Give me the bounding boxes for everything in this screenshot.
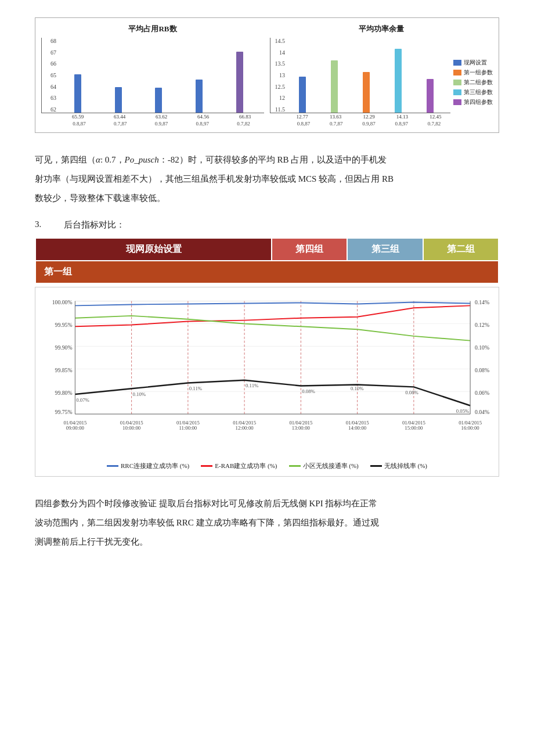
kpi-legend-rrc: RRC连接建立成功率 (%) xyxy=(107,462,189,470)
svg-text:01/04/2015: 01/04/2015 xyxy=(120,420,143,426)
bar xyxy=(331,60,338,113)
legend-label-5: 第四组参数 xyxy=(464,98,493,106)
para2-text2: 波动范围内，第二组因发射功率较低 RRC 建立成功率略有下降，第四组指标最好。通… xyxy=(35,513,499,532)
erab-legend-label: E-RAB建立成功率 (%) xyxy=(215,462,277,470)
bar-group-2 xyxy=(100,87,137,113)
bar xyxy=(236,52,243,113)
legend-color-4 xyxy=(453,89,461,95)
kpi-legend-drop: 无线掉线率 (%) xyxy=(370,462,427,470)
section-num: 3. xyxy=(35,219,64,229)
svg-text:14:00:00: 14:00:00 xyxy=(348,425,367,431)
section-3-heading: 3. 后台指标对比： xyxy=(35,219,499,231)
legend-label-4: 第三组参数 xyxy=(464,88,493,96)
legend-item-5: 第四组参数 xyxy=(453,98,493,106)
header-col2: 第三组 xyxy=(347,238,423,261)
bar-group-1 xyxy=(59,74,96,113)
legend-item-4: 第三组参数 xyxy=(453,88,493,96)
left-y-axis: 68 67 66 65 64 63 62 xyxy=(42,38,58,113)
bar xyxy=(74,74,81,113)
bar-group-r2 xyxy=(320,60,348,113)
para2-text3: 测调整前后上行干扰无变化。 xyxy=(35,532,499,552)
drop-legend-label: 无线掉线率 (%) xyxy=(384,462,427,470)
right-bar-area: 14.5 14 13.5 13 12.5 12 11.5 xyxy=(270,38,450,113)
svg-text:01/04/2015: 01/04/2015 xyxy=(63,420,86,426)
svg-text:01/04/2015: 01/04/2015 xyxy=(402,420,425,426)
drop-legend-line xyxy=(370,465,382,467)
legend-color-3 xyxy=(453,80,461,85)
svg-text:0.11%: 0.11% xyxy=(246,383,258,388)
legend-color-1 xyxy=(453,60,461,66)
para1-text: 可见，第四组（α: 0.7，Po_pusch：-82）时，可获得较多的平均 RB… xyxy=(35,150,499,170)
header-col1: 第四组 xyxy=(272,238,347,261)
page-container: 平均占用RB数 68 67 66 65 64 63 62 xyxy=(35,17,499,552)
para1-text3: 数较少，导致整体下载速率较低。 xyxy=(35,189,499,208)
legend-color-5 xyxy=(453,99,461,105)
legend-item-3: 第二组参数 xyxy=(453,78,493,87)
bar-group-r5 xyxy=(416,79,445,113)
svg-text:0.11%: 0.11% xyxy=(189,386,202,391)
charts-row: 平均占用RB数 68 67 66 65 64 63 62 xyxy=(35,17,499,133)
svg-text:0.08%: 0.08% xyxy=(475,367,489,373)
legend-label-3: 第二组参数 xyxy=(464,78,493,87)
header-main-cell: 现网原始设置 xyxy=(35,238,272,261)
svg-text:0.10%: 0.10% xyxy=(133,391,146,397)
paragraph-1: 可见，第四组（α: 0.7，Po_pusch：-82）时，可获得较多的平均 RB… xyxy=(35,150,499,208)
svg-text:01/04/2015: 01/04/2015 xyxy=(176,420,200,426)
bar-group-5 xyxy=(221,52,258,113)
bar-group-r1 xyxy=(288,77,316,113)
right-y-axis: 14.5 14 13.5 13 12.5 12 11.5 xyxy=(270,38,287,113)
left-x-labels: 0.8,87 0.7,87 0.9,87 0.8,97 0.7,82 xyxy=(41,121,264,127)
para2-text1: 四组参数分为四个时段修改验证 提取后台指标对比可见修改前后无线侧 KPI 指标均… xyxy=(35,494,499,513)
kpi-legend-erab: E-RAB建立成功率 (%) xyxy=(201,462,277,470)
left-chart: 平均占用RB数 68 67 66 65 64 63 62 xyxy=(41,24,264,127)
svg-text:0.08%: 0.08% xyxy=(302,388,315,394)
bar xyxy=(395,49,402,113)
legend-label-2: 第一组参数 xyxy=(464,69,493,77)
svg-text:0.12%: 0.12% xyxy=(475,322,489,328)
legend-item-1: 现网设置 xyxy=(453,59,493,67)
bar xyxy=(196,80,203,113)
left-chart-title: 平均占用RB数 xyxy=(41,24,264,34)
right-chart: 平均功率余量 14.5 14 13.5 13 12.5 12 11.5 xyxy=(270,24,493,127)
bar xyxy=(427,79,434,113)
bar xyxy=(363,72,370,113)
left-bar-area: 68 67 66 65 64 63 62 xyxy=(41,38,264,113)
bar-group-r3 xyxy=(352,72,380,113)
svg-text:0.10%: 0.10% xyxy=(351,386,364,391)
section-label: 后台指标对比： xyxy=(64,219,125,231)
wireless-legend-line xyxy=(289,465,301,467)
rrc-legend-label: RRC连接建立成功率 (%) xyxy=(121,462,189,470)
svg-text:16:00:00: 16:00:00 xyxy=(461,425,480,431)
bar-group-3 xyxy=(140,88,178,113)
bar-group-r4 xyxy=(384,49,413,113)
erab-legend-line xyxy=(201,465,212,467)
header-table: 现网原始设置 第四组 第三组 第二组 第一组 xyxy=(35,237,499,284)
chart-legend: 现网设置 第一组参数 第二组参数 第三组参数 xyxy=(450,38,493,127)
svg-text:99.85%: 99.85% xyxy=(55,367,73,373)
para1-text2: 射功率（与现网设置相差不大），其他三组虽然手机发射功率较低或 MCS 较高，但因… xyxy=(35,170,499,189)
svg-text:0.07%: 0.07% xyxy=(76,397,89,403)
right-x-labels: 0.8,87 0.7,87 0.9,87 0.8,97 0.7,82 xyxy=(270,121,450,127)
svg-text:100.00%: 100.00% xyxy=(52,299,73,305)
svg-text:01/04/2015: 01/04/2015 xyxy=(459,420,482,426)
svg-text:99.80%: 99.80% xyxy=(55,390,73,396)
svg-text:0.04%: 0.04% xyxy=(475,409,489,415)
rrc-legend-line xyxy=(107,465,118,467)
legend-label-1: 现网设置 xyxy=(464,59,487,67)
svg-text:15:00:00: 15:00:00 xyxy=(405,425,423,431)
legend-color-2 xyxy=(453,70,461,75)
svg-text:13:00:00: 13:00:00 xyxy=(292,425,311,431)
svg-text:0.08%: 0.08% xyxy=(405,390,418,395)
svg-text:01/04/2015: 01/04/2015 xyxy=(289,420,312,426)
svg-text:11:00:00: 11:00:00 xyxy=(179,425,197,431)
svg-text:09:00:00: 09:00:00 xyxy=(66,425,85,431)
svg-text:99.75%: 99.75% xyxy=(55,409,73,415)
kpi-chart-svg: 100.00% 99.95% 99.90% 99.85% 99.80% 99.7… xyxy=(41,293,493,456)
bar xyxy=(299,77,306,113)
header-row2: 第一组 xyxy=(35,261,499,283)
svg-text:10:00:00: 10:00:00 xyxy=(122,425,141,431)
header-col3: 第二组 xyxy=(423,238,499,261)
svg-text:12:00:00: 12:00:00 xyxy=(236,425,254,431)
wireless-legend-label: 小区无线接通率 (%) xyxy=(303,462,359,470)
svg-text:99.90%: 99.90% xyxy=(55,344,73,351)
